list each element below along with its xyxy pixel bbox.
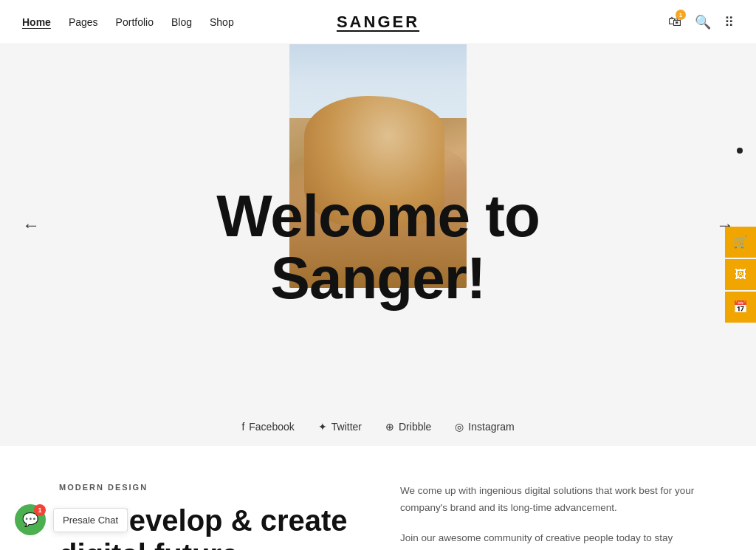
instagram-label: Instagram bbox=[468, 421, 514, 433]
chat-icon[interactable]: 💬 1 bbox=[15, 504, 46, 535]
sidebar-calendar-btn[interactable]: 📅 bbox=[725, 292, 756, 323]
nav-shop[interactable]: Shop bbox=[210, 16, 234, 28]
social-facebook[interactable]: f Facebook bbox=[241, 421, 294, 433]
twitter-icon: ✦ bbox=[318, 421, 327, 433]
sky-area bbox=[289, 44, 467, 118]
nav-home[interactable]: Home bbox=[22, 16, 51, 28]
hero-title: Welcome to Sanger! bbox=[216, 185, 540, 309]
sidebar-cart-btn[interactable]: 🛒 bbox=[725, 227, 756, 258]
nav-pages[interactable]: Pages bbox=[69, 16, 98, 28]
facebook-icon: f bbox=[241, 421, 244, 433]
search-icon[interactable]: 🔍 bbox=[695, 14, 711, 30]
nav-portfolio[interactable]: Portfolio bbox=[116, 16, 154, 28]
main-nav: Home Pages Portfolio Blog Shop bbox=[22, 16, 234, 28]
hero-title-line2: Sanger! bbox=[271, 245, 486, 311]
instagram-icon: ◎ bbox=[455, 421, 464, 433]
floating-sidebar: 🛒 🖼 📅 bbox=[725, 227, 756, 324]
social-dribble[interactable]: ⊕ Dribble bbox=[385, 421, 431, 433]
sidebar-image-btn[interactable]: 🖼 bbox=[725, 259, 756, 290]
heading-line2: digital future. bbox=[59, 538, 246, 550]
content-para2: Join our awesome community of creative p… bbox=[400, 530, 697, 550]
content-right: We come up with ingenious digital soluti… bbox=[400, 483, 697, 550]
content-para1: We come up with ingenious digital soluti… bbox=[400, 483, 697, 517]
hero-section: Welcome to Sanger! ← → bbox=[0, 44, 756, 406]
chat-badge: 1 bbox=[34, 504, 46, 516]
slide-indicator bbox=[737, 148, 743, 154]
dribble-label: Dribble bbox=[399, 421, 431, 433]
grid-icon[interactable]: ⠿ bbox=[724, 14, 734, 30]
social-instagram[interactable]: ◎ Instagram bbox=[455, 421, 514, 433]
section-label: MODERN DESIGN bbox=[59, 483, 356, 492]
header-icons: 🛍 1 🔍 ⠿ bbox=[668, 14, 734, 30]
hero-title-line1: Welcome to bbox=[216, 183, 540, 249]
cart-icon[interactable]: 🛍 1 bbox=[668, 14, 681, 30]
nav-blog[interactable]: Blog bbox=[171, 16, 192, 28]
cart-badge: 1 bbox=[676, 10, 686, 20]
twitter-label: Twitter bbox=[331, 421, 362, 433]
social-twitter[interactable]: ✦ Twitter bbox=[318, 421, 362, 433]
hero-prev-arrow[interactable]: ← bbox=[15, 207, 47, 243]
dribble-icon: ⊕ bbox=[385, 421, 394, 433]
social-bar: f Facebook ✦ Twitter ⊕ Dribble ◎ Instagr… bbox=[0, 406, 756, 446]
site-logo[interactable]: SANGER bbox=[337, 13, 419, 32]
facebook-label: Facebook bbox=[249, 421, 294, 433]
presale-chat-label[interactable]: Presale Chat bbox=[53, 508, 128, 532]
presale-chat: 💬 1 Presale Chat bbox=[15, 504, 128, 535]
site-header: Home Pages Portfolio Blog Shop SANGER 🛍 … bbox=[0, 0, 756, 44]
